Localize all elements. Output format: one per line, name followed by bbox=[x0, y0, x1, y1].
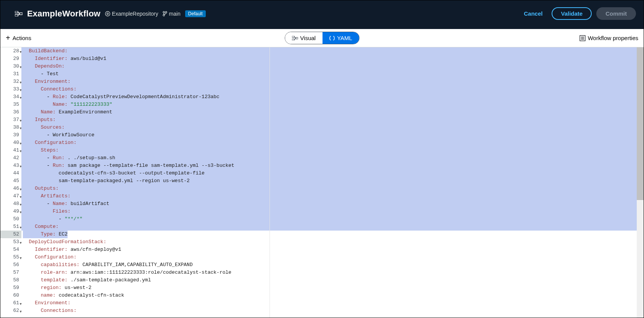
gutter-line: 40▼ bbox=[0, 139, 21, 147]
gutter-line: 48▼ bbox=[0, 200, 21, 208]
svg-rect-10 bbox=[292, 36, 294, 37]
gutter-line: 51▼ bbox=[0, 223, 21, 231]
gutter-line: 54 bbox=[0, 246, 21, 253]
gutter-line: 34▼ bbox=[0, 93, 21, 101]
svg-point-7 bbox=[163, 11, 165, 13]
gutter-line: 39 bbox=[0, 131, 21, 139]
code-line[interactable]: Compute: bbox=[21, 223, 644, 231]
code-line[interactable]: Outputs: bbox=[21, 185, 644, 192]
visual-icon bbox=[292, 36, 298, 40]
code-line[interactable]: Configuration: bbox=[21, 253, 644, 261]
code-line[interactable]: Configuration: bbox=[21, 139, 644, 147]
gutter-line: 49▼ bbox=[0, 208, 21, 215]
add-actions-button[interactable]: + Actions bbox=[6, 34, 31, 42]
gutter-line: 61▼ bbox=[0, 299, 21, 307]
gutter-line: 47▼ bbox=[0, 192, 21, 200]
code-line[interactable]: - "**/*" bbox=[21, 215, 644, 223]
yaml-tab[interactable]: YAML bbox=[323, 32, 359, 44]
code-line[interactable]: BuildBackend: bbox=[21, 47, 644, 55]
code-line[interactable]: sam-template-packaged.yml --region us-we… bbox=[21, 177, 644, 185]
code-line[interactable]: template: ./sam-template-packaged.yml bbox=[21, 276, 644, 284]
branch-label[interactable]: main bbox=[163, 11, 180, 17]
code-line[interactable]: Connections: bbox=[21, 86, 644, 93]
properties-icon bbox=[579, 35, 586, 41]
gutter-line: 58 bbox=[0, 276, 21, 284]
properties-label: Workflow properties bbox=[588, 35, 638, 41]
gutter-line: 57 bbox=[0, 269, 21, 276]
gutter-line: 37▼ bbox=[0, 116, 21, 124]
workflow-properties-button[interactable]: Workflow properties bbox=[579, 35, 638, 41]
svg-rect-2 bbox=[19, 13, 23, 15]
repository-text: ExampleRepository bbox=[112, 11, 158, 17]
gutter-line: 35 bbox=[0, 101, 21, 108]
gutter-line: 41▼ bbox=[0, 147, 21, 154]
svg-rect-12 bbox=[295, 37, 298, 39]
code-line[interactable]: Identifier: aws/build@v1 bbox=[21, 55, 644, 63]
code-editor[interactable]: 28▼2930▼3132▼33▼34▼353637▼38▼3940▼41▼424… bbox=[0, 47, 644, 318]
code-line[interactable]: Environment: bbox=[21, 299, 644, 307]
code-area[interactable]: BuildBackend: Identifier: aws/build@v1 D… bbox=[21, 47, 644, 318]
visual-label: Visual bbox=[300, 35, 316, 41]
svg-point-6 bbox=[107, 13, 108, 15]
toolbar: + Actions Visual YAML Workflow propertie… bbox=[0, 29, 644, 47]
repository-icon bbox=[105, 11, 110, 16]
code-line[interactable]: region: us-west-2 bbox=[21, 284, 644, 292]
code-line[interactable]: Connections: bbox=[21, 307, 644, 315]
code-line[interactable]: codecatalyst-cfn-s3-bucket --output-temp… bbox=[21, 169, 644, 177]
yaml-label: YAML bbox=[337, 35, 352, 41]
gutter-line: 56 bbox=[0, 261, 21, 269]
svg-rect-0 bbox=[15, 11, 18, 13]
actions-label: Actions bbox=[13, 35, 31, 41]
cancel-button[interactable]: Cancel bbox=[519, 7, 547, 20]
code-line[interactable]: - Role: CodeCatalystPreviewDevelopmentAd… bbox=[21, 93, 644, 101]
code-line[interactable]: - Test bbox=[21, 70, 644, 78]
gutter-line: 60 bbox=[0, 292, 21, 299]
code-line[interactable]: Name: "111122223333" bbox=[21, 101, 644, 108]
code-line[interactable]: capabilities: CAPABILITY_IAM,CAPABILITY_… bbox=[21, 261, 644, 269]
gutter-line: 55▼ bbox=[0, 253, 21, 261]
default-badge: Default bbox=[185, 10, 206, 17]
gutter-line: 31 bbox=[0, 70, 21, 78]
code-line[interactable]: Identifier: aws/cfn-deploy@v1 bbox=[21, 246, 644, 253]
gutter-line: 46▼ bbox=[0, 185, 21, 192]
code-line[interactable]: Inputs: bbox=[21, 116, 644, 124]
gutter-line: 53▼ bbox=[0, 238, 21, 246]
code-line[interactable]: Files: bbox=[21, 208, 644, 215]
view-toggle: Visual YAML bbox=[284, 32, 359, 44]
code-line[interactable]: Sources: bbox=[21, 124, 644, 131]
yaml-icon bbox=[329, 36, 335, 41]
code-line[interactable]: Steps: bbox=[21, 147, 644, 154]
code-line[interactable]: role-arn: arn:aws:iam::111122223333:role… bbox=[21, 269, 644, 276]
code-line[interactable]: DependsOn: bbox=[21, 63, 644, 70]
gutter-line: 44 bbox=[0, 169, 21, 177]
code-line[interactable]: Name: ExampleEnvironment bbox=[21, 108, 644, 116]
repository-label[interactable]: ExampleRepository bbox=[105, 11, 158, 17]
visual-tab[interactable]: Visual bbox=[285, 32, 323, 44]
workflow-icon bbox=[15, 11, 23, 16]
code-line[interactable]: - Name: buildArtifact bbox=[21, 200, 644, 208]
workflow-name: ExampleWorkflow bbox=[27, 9, 100, 19]
code-line[interactable]: Artifacts: bbox=[21, 192, 644, 200]
gutter-line: 29 bbox=[0, 55, 21, 63]
code-line[interactable]: name: codecatalyst-cfn-stack bbox=[21, 292, 644, 299]
gutter-line: 52 bbox=[0, 231, 21, 238]
commit-button: Commit bbox=[596, 7, 636, 20]
scrollbar-thumb[interactable] bbox=[637, 47, 644, 200]
code-line[interactable]: - Run: sam package --template-file sam-t… bbox=[21, 162, 644, 169]
vertical-scrollbar[interactable] bbox=[637, 47, 644, 318]
code-line[interactable]: - Run: . ./setup-sam.sh bbox=[21, 154, 644, 162]
plus-icon: + bbox=[6, 34, 10, 42]
gutter-line: 36 bbox=[0, 108, 21, 116]
svg-rect-11 bbox=[292, 39, 294, 40]
gutter-line: 50 bbox=[0, 215, 21, 223]
gutter-line: 33▼ bbox=[0, 86, 21, 93]
code-line[interactable]: Type: EC2 bbox=[21, 231, 644, 238]
code-line[interactable]: DeployCloudFormationStack: bbox=[21, 238, 644, 246]
gutter-line: 45 bbox=[0, 177, 21, 185]
code-line[interactable]: - WorkflowSource bbox=[21, 131, 644, 139]
header: ExampleWorkflow ExampleRepository main D… bbox=[0, 0, 644, 29]
gutter-line: 32▼ bbox=[0, 78, 21, 86]
code-line[interactable]: Environment: bbox=[21, 78, 644, 86]
validate-button[interactable]: Validate bbox=[552, 7, 592, 20]
svg-point-5 bbox=[105, 11, 110, 16]
